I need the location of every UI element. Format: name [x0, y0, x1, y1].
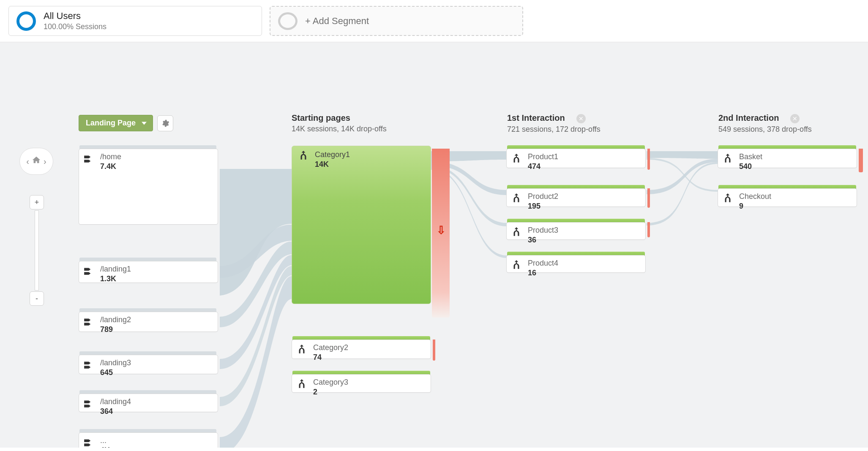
node-label: Product4: [528, 259, 558, 268]
dimension-label: Landing Page: [86, 119, 136, 127]
node-label: Product1: [528, 152, 558, 161]
dropoff-bar: [647, 222, 650, 237]
zoom-out-button[interactable]: -: [30, 291, 44, 306]
segment-ring-icon: [16, 11, 36, 31]
node-landing-3[interactable]: /landing3 645: [79, 355, 218, 374]
segment-name: All Users: [44, 11, 106, 22]
merge-icon: [298, 150, 311, 163]
node-value: 2: [313, 388, 348, 397]
entry-icon: [83, 397, 96, 410]
node-label: /landing1: [100, 265, 131, 274]
merge-icon: [511, 226, 524, 239]
node-product3[interactable]: Product3 36: [506, 222, 646, 240]
merge-icon: [511, 152, 524, 166]
node-label: Product3: [528, 226, 558, 235]
column-title: 2nd Interaction: [718, 113, 779, 122]
merge-icon: [722, 152, 735, 166]
node-basket[interactable]: Basket 540: [718, 149, 857, 168]
dropoff-bar: [859, 149, 863, 172]
node-value: 16: [528, 269, 558, 277]
gear-icon: [161, 119, 169, 128]
node-checkout[interactable]: Checkout 9: [718, 188, 857, 207]
node-label: Category1: [315, 150, 350, 159]
node-label: Basket: [739, 152, 762, 161]
entry-icon: [83, 152, 96, 166]
column-remove-button[interactable]: ✕: [790, 114, 800, 123]
node-label: /landing2: [100, 315, 131, 324]
node-landing-home[interactable]: /home 7.4K: [79, 149, 218, 225]
node-value: 474: [528, 162, 558, 171]
node-value: 74: [313, 353, 348, 362]
node-label: /landing3: [100, 359, 131, 367]
node-value: 645: [100, 368, 131, 377]
merge-icon: [722, 192, 735, 205]
column-header-starting-pages: Starting pages 14K sessions, 14K drop-of…: [292, 113, 387, 133]
node-product4[interactable]: Product4 16: [506, 255, 646, 273]
zoom-in-button[interactable]: +: [30, 195, 44, 209]
merge-icon: [511, 259, 524, 272]
node-landing-4[interactable]: /landing4 364: [79, 394, 218, 412]
zoom-track[interactable]: [35, 210, 39, 291]
nav-prev-button[interactable]: ‹: [26, 157, 29, 166]
node-value: 7.4K: [100, 162, 121, 171]
entry-icon: [83, 265, 96, 278]
node-landing-2[interactable]: /landing2 789: [79, 312, 218, 332]
node-value: 1.3K: [100, 274, 131, 283]
dropoff-bar: [647, 149, 650, 170]
node-landing-1[interactable]: /landing1 1.3K: [79, 261, 218, 283]
node-value: 789: [100, 325, 131, 334]
node-value: 540: [739, 162, 762, 171]
merge-icon: [296, 343, 309, 356]
node-label: Checkout: [739, 192, 771, 201]
column-subtitle: 721 sessions, 172 drop-offs: [507, 125, 601, 134]
column-remove-button[interactable]: ✕: [576, 114, 586, 123]
node-value: 195: [528, 202, 558, 211]
node-value: 9: [739, 202, 771, 211]
zoom-control: + -: [30, 195, 44, 306]
column-title: 1st Interaction: [507, 113, 565, 122]
node-label: ...: [100, 436, 110, 445]
entry-icon: [83, 436, 96, 448]
node-value: 14K: [315, 160, 350, 169]
dropoff-arrow-icon: ⇩: [437, 224, 446, 237]
column-subtitle: 14K sessions, 14K drop-offs: [292, 125, 387, 133]
node-product2[interactable]: Product2 195: [506, 188, 646, 207]
node-value: 36: [528, 236, 558, 245]
node-category3[interactable]: Category3 2: [292, 374, 431, 393]
node-category1[interactable]: Category1 14K: [292, 146, 431, 304]
node-landing-other[interactable]: ... 4K: [79, 432, 218, 448]
settings-button[interactable]: [157, 115, 173, 131]
dimension-dropdown[interactable]: Landing Page: [79, 115, 153, 131]
segment-detail: 100.00% Sessions: [44, 22, 106, 31]
node-label: /home: [100, 152, 121, 161]
add-segment-button[interactable]: + Add Segment: [270, 6, 523, 36]
node-label: Category2: [313, 343, 348, 352]
entry-icon: [83, 359, 96, 372]
column-title: Starting pages: [292, 113, 387, 123]
column-header-2nd-interaction: 2nd Interaction ✕ 549 sessions, 378 drop…: [718, 113, 812, 134]
flow-canvas[interactable]: ‹ › + - Landing Page Starting pages 14K …: [0, 42, 868, 448]
dropoff-bar: [433, 340, 435, 361]
segment-all-users[interactable]: All Users 100.00% Sessions: [8, 6, 262, 36]
node-category2[interactable]: Category2 74: [292, 340, 431, 359]
nav-home-button[interactable]: [32, 155, 41, 167]
segment-bar: All Users 100.00% Sessions + Add Segment: [0, 0, 868, 42]
merge-icon: [296, 378, 309, 391]
dropoff-bar: [647, 188, 650, 208]
add-segment-ring-icon: [278, 12, 298, 30]
nav-pill: ‹ ›: [19, 148, 53, 175]
nav-next-button[interactable]: ›: [44, 157, 46, 166]
node-label: Product2: [528, 192, 558, 201]
node-value: 364: [100, 407, 131, 416]
node-label: /landing4: [100, 397, 131, 406]
node-value: 4K: [100, 446, 110, 448]
column-subtitle: 549 sessions, 378 drop-offs: [718, 125, 812, 134]
column-header-1st-interaction: 1st Interaction ✕ 721 sessions, 172 drop…: [507, 113, 601, 134]
entry-icon: [83, 315, 96, 329]
add-segment-label: + Add Segment: [305, 16, 369, 27]
merge-icon: [511, 192, 524, 205]
node-product1[interactable]: Product1 474: [506, 149, 646, 168]
node-label: Category3: [313, 378, 348, 387]
